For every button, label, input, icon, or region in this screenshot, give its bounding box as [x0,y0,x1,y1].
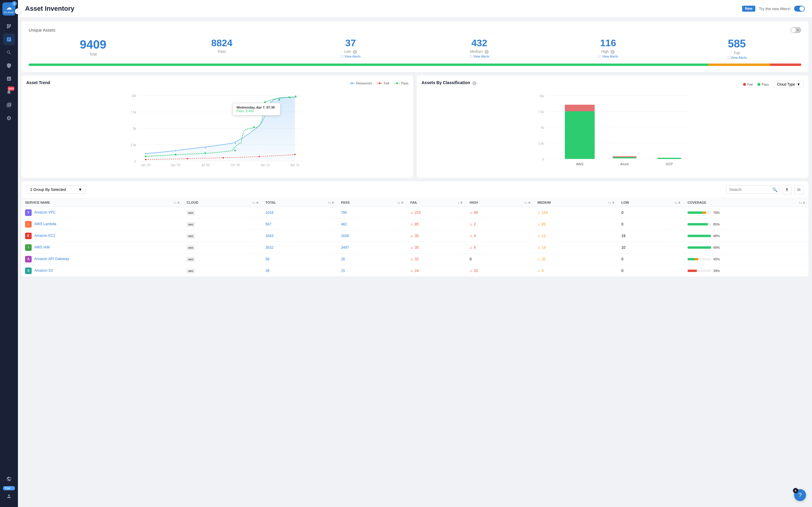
total-value[interactable]: 567 [265,222,271,226]
pass-value[interactable]: 3497 [341,245,349,249]
total-value[interactable]: 58 [265,257,269,261]
stats-toggle[interactable]: % [791,27,801,33]
download-button[interactable] [782,185,792,194]
medium-value[interactable]: 12 [542,234,546,238]
columns-button[interactable] [794,185,804,194]
dropdown-chevron-icon: ▼ [797,82,800,87]
sidebar-item-profile[interactable] [3,490,15,502]
cell-total: 58 [262,253,337,265]
medium-alert-link[interactable]: ⓘ View Alerts [415,55,544,59]
total-value[interactable]: 3532 [265,245,273,249]
medium-value[interactable]: 154 [542,211,548,215]
service-name-link[interactable]: AWS Lambda [34,222,56,226]
low-alert-link[interactable]: ⓘ View Alerts [286,55,415,59]
service-name-link[interactable]: AWS IAM [34,245,50,249]
fail-value[interactable]: 35 [415,245,418,249]
sidebar-item-library[interactable] [3,99,15,111]
svg-text:Apr '21: Apr '21 [290,163,300,167]
coverage-pct: 98% [713,234,720,238]
high-info-icon[interactable]: i [610,50,615,54]
sidebar-item-inventory[interactable] [3,34,15,45]
sidebar-item-settings[interactable] [3,112,15,124]
service-name-link[interactable]: Amazon S3 [34,268,53,273]
low-sort-icon[interactable]: ↑↓ ≡ [674,201,680,204]
service-name-link[interactable]: Amazon EC2 [34,233,55,238]
classification-info-icon[interactable]: i [472,81,476,85]
total-value[interactable]: 39 [265,269,269,273]
fail-sort-icon[interactable]: ↓ ≡ [458,201,462,204]
sidebar-item-reports[interactable] [3,73,15,85]
high-alert-link[interactable]: ⓘ View Alerts [544,55,672,59]
pass-value[interactable]: 15 [341,269,345,273]
total-sort-icon[interactable]: ↑↓ ≡ [328,201,334,204]
cloud-sort-icon[interactable]: ↑↓ ≡ [252,201,258,204]
svg-rect-37 [253,126,255,128]
coverage-sort-icon[interactable]: ↑↓ ≡ [799,201,805,204]
stats-toggle-knob [791,28,796,33]
medium-info-icon[interactable]: i [485,50,489,54]
service-name-link[interactable]: Amazon API Gateway [34,257,69,261]
medium-value[interactable]: 4 [542,269,544,273]
medium-value[interactable]: 19 [542,245,546,249]
group-by-select[interactable]: 1 Group By Selected ▼ [26,185,86,194]
fail-value[interactable]: 32 [415,257,418,261]
sidebar-item-search[interactable] [3,47,15,58]
svg-text:Azure: Azure [620,162,629,166]
pass-value[interactable]: 482 [341,222,347,226]
fail-value[interactable]: 24 [415,269,418,273]
total-value[interactable]: 1643 [265,234,273,238]
col-fail: FAIL ↓ ≡ [407,198,466,207]
low-info-icon[interactable]: i [353,50,357,54]
help-bubble[interactable]: 6 ? [794,489,806,501]
sidebar-item-dashboard[interactable] [3,20,15,32]
sidebar-item-shield[interactable] [3,60,15,71]
pass-sort-icon[interactable]: ↑↓ ≡ [397,201,403,204]
fail-warn-icon: ⚠ [410,258,413,261]
total-value[interactable]: 1018 [265,211,273,215]
sidebar-toggle[interactable]: ‹ [15,8,21,14]
medium-value[interactable]: 32 [542,257,546,261]
cell-low: 0 [618,265,684,276]
fail-value[interactable]: 85 [415,222,418,226]
service-sort-icon[interactable]: ↑↓ ≡ [173,201,180,204]
pass-value[interactable]: 795 [341,211,347,215]
svg-text:10k: 10k [131,94,137,98]
svg-text:10k: 10k [539,95,544,98]
cell-high: ⚠ 2 [466,218,534,230]
medium-sort-icon[interactable]: ↑↓ ≡ [608,201,614,204]
service-icon: L [25,221,32,228]
high-value[interactable]: 20 [474,269,478,273]
medium-number: 432 [415,38,544,48]
sidebar-item-notifications[interactable]: 1971 [3,86,15,98]
cell-high: ⚠ 4 [466,230,534,241]
svg-point-32 [294,154,296,155]
cell-medium: ⚠ 154 [534,207,618,218]
pass-value[interactable]: 26 [341,257,345,261]
bar-track [688,212,711,214]
high-value[interactable]: 2 [474,222,476,226]
fail-value[interactable]: 223 [415,211,421,215]
high-sort-icon[interactable]: ↑↓ ≡ [524,201,530,204]
service-icon: S [25,268,32,274]
legend-pass: Pass [394,81,408,85]
search-input[interactable] [726,185,780,194]
high-value[interactable]: 6 [474,245,476,249]
high-value[interactable]: 69 [474,211,478,215]
sidebar-item-integrations[interactable] [3,473,15,485]
cloud-type-dropdown[interactable]: Cloud Type ▼ [774,81,804,88]
bar-track [688,246,711,249]
service-name-link[interactable]: Amazon VPC [34,210,56,214]
filter-toggle[interactable] [794,6,805,12]
medium-warn-icon: ⚠ [537,234,540,238]
cell-cloud: aws [183,253,262,265]
svg-text:5k: 5k [541,126,544,129]
page-title: Asset Inventory [25,5,74,12]
medium-warn-icon: ⚠ [537,246,540,249]
pass-value[interactable]: 1608 [341,234,349,238]
fail-alert-link[interactable]: ⓘ View Alerts [673,56,801,60]
fail-value[interactable]: 35 [415,234,418,238]
coverage-pct: 78% [713,211,720,214]
high-value[interactable]: 4 [474,234,476,238]
medium-value[interactable]: 83 [542,222,546,226]
cell-coverage: 39% [684,265,808,276]
